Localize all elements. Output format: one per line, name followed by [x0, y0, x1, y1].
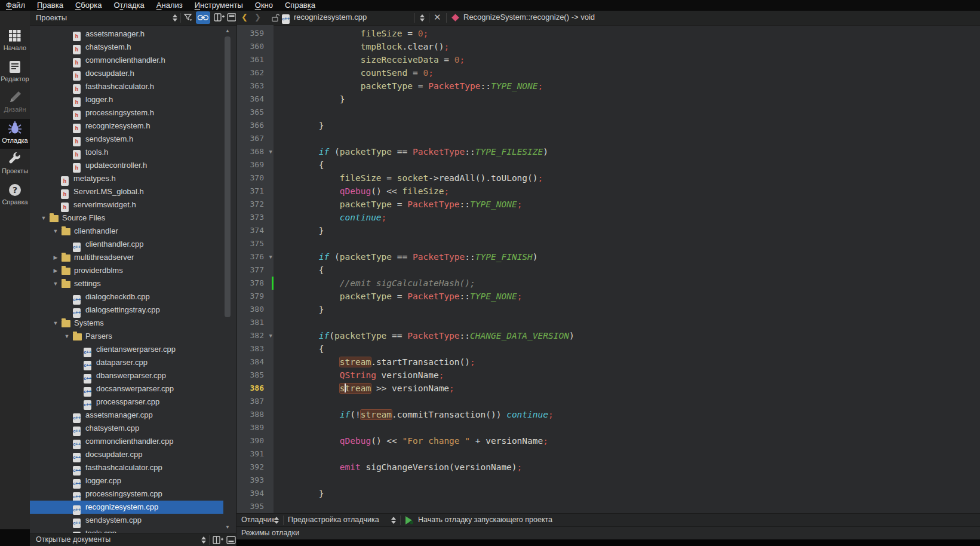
code-line-371[interactable]: qDebug() << fileSize;	[274, 185, 980, 198]
tree-item-clienthandler[interactable]: ▼clienthandler	[30, 225, 228, 238]
chevron-right-icon[interactable]: ▶	[52, 264, 59, 277]
line-number-387[interactable]: 387	[237, 395, 274, 408]
mode-Проекты[interactable]: Проекты	[0, 149, 30, 179]
code-line-374[interactable]: }	[274, 224, 980, 237]
tree-item-recognizesystem.cpp[interactable]: c++recognizesystem.cpp	[30, 501, 228, 514]
tree-item-commonclienthandler.h[interactable]: hcommonclienthandler.h	[30, 54, 228, 67]
tree-item-dialogcheckdb.cpp[interactable]: c++dialogcheckdb.cpp	[30, 290, 228, 303]
code-line-369[interactable]: {	[274, 158, 980, 171]
mode-Отладка[interactable]: Отладка	[0, 119, 30, 149]
line-number-381[interactable]: 381	[237, 316, 274, 329]
line-number-375[interactable]: 375	[237, 237, 274, 250]
line-number-366[interactable]: 366	[237, 119, 274, 132]
chevron-right-icon[interactable]: ▶	[52, 251, 59, 264]
document-tab-label[interactable]: recognizesystem.cpp	[294, 13, 367, 22]
tree-item-assetsmanager.cpp[interactable]: c++assetsmanager.cpp	[30, 409, 228, 422]
tree-item-recognizesystem.h[interactable]: hrecognizesystem.h	[30, 119, 228, 133]
tree-item-updatecontroller.h[interactable]: hupdatecontroller.h	[30, 159, 228, 172]
tree-item-settings[interactable]: ▼settings	[30, 277, 228, 290]
tree-item-docsupdater.h[interactable]: hdocsupdater.h	[30, 67, 228, 80]
tree-item-sendsystem.h[interactable]: hsendsystem.h	[30, 133, 228, 146]
close-panel-icon[interactable]	[226, 536, 236, 545]
menu-Файл[interactable]: Файл	[0, 0, 31, 11]
code-line-360[interactable]: tmpBlock.clear();	[274, 40, 980, 53]
line-number-393[interactable]: 393	[237, 474, 274, 487]
tree-item-sendsystem.cpp[interactable]: c++sendsystem.cpp	[30, 514, 228, 527]
line-number-370[interactable]: 370	[237, 171, 274, 185]
split-panel-icon[interactable]	[213, 536, 223, 545]
code-line-386[interactable]: stream >> versionName;	[274, 382, 980, 395]
line-number-395[interactable]: 395	[237, 500, 274, 513]
code-line-382[interactable]: if(packetType == PacketType::CHANGE_DATA…	[274, 329, 980, 342]
document-selector-arrows-icon[interactable]	[419, 14, 425, 22]
tree-item-Source Files[interactable]: ▼Source Files	[30, 211, 228, 225]
code-view[interactable]: fileSize = 0; tmpBlock.clear(); sizeRece…	[274, 25, 980, 524]
code-line-367[interactable]	[274, 132, 980, 145]
split-panel-icon[interactable]	[214, 13, 225, 22]
symbol-breadcrumb[interactable]: RecognizeSystem::recognize() -> void	[463, 13, 595, 22]
line-number-367[interactable]: 367	[237, 132, 274, 145]
debugger-combo-arrows-icon[interactable]	[274, 516, 279, 524]
tree-item-chatsystem.cpp[interactable]: c++chatsystem.cpp	[30, 422, 228, 435]
code-line-380[interactable]: }	[274, 303, 980, 316]
chevron-down-icon[interactable]: ▼	[52, 277, 59, 290]
line-number-394[interactable]: 394	[237, 487, 274, 500]
chevron-down-icon[interactable]: ▼	[40, 211, 47, 225]
tree-item-logger.h[interactable]: hlogger.h	[30, 93, 228, 106]
link-with-editor-button[interactable]	[196, 11, 210, 24]
line-number-364[interactable]: 364	[237, 93, 274, 106]
code-line-373[interactable]: continue;	[274, 211, 980, 224]
menu-Сборка[interactable]: Сборка	[69, 0, 108, 11]
code-line-375[interactable]	[274, 237, 980, 250]
code-line-387[interactable]	[274, 395, 980, 408]
code-line-361[interactable]: sizeReceiveData = 0;	[274, 53, 980, 66]
code-line-390[interactable]: qDebug() << "For change " + versionName;	[274, 434, 980, 447]
line-number-374[interactable]: 374	[237, 224, 274, 237]
menu-Отладка[interactable]: Отладка	[107, 0, 150, 11]
tree-item-Systems[interactable]: ▼Systems	[30, 317, 228, 330]
line-number-371[interactable]: 371	[237, 185, 274, 198]
tree-item-providerdblms[interactable]: ▶providerdblms	[30, 264, 228, 277]
code-line-376[interactable]: if (packetType == PacketType::TYPE_FINIS…	[274, 250, 980, 263]
code-line-383[interactable]: {	[274, 342, 980, 355]
tree-item-dialogsettingstray.cpp[interactable]: c++dialogsettingstray.cpp	[30, 303, 228, 317]
tree-item-serverlmswidget.h[interactable]: hserverlmswidget.h	[30, 198, 228, 211]
code-line-365[interactable]	[274, 106, 980, 119]
scroll-up-icon[interactable]: ▲	[223, 27, 232, 35]
mode-Справка[interactable]: ?Справка	[0, 180, 30, 210]
chevron-down-icon[interactable]: ▼	[52, 225, 59, 238]
tree-item-clientanswerparser.cpp[interactable]: c++clientanswerparser.cpp	[30, 343, 228, 356]
open-docs-combo-arrows-icon[interactable]	[201, 536, 206, 544]
menu-Справка[interactable]: Справка	[279, 0, 321, 11]
tree-item-tools.h[interactable]: htools.h	[30, 146, 228, 159]
line-number-376[interactable]: 376▼	[237, 250, 274, 263]
start-debug-icon[interactable]	[405, 516, 414, 524]
mode-Редактор[interactable]: Редактор	[0, 57, 30, 87]
line-number-390[interactable]: 390	[237, 434, 274, 447]
filter-icon[interactable]	[183, 13, 193, 22]
chevron-down-icon[interactable]: ▼	[63, 330, 70, 343]
line-number-363[interactable]: 363	[237, 79, 274, 93]
debugger-combo[interactable]: Отладчик	[241, 516, 275, 524]
line-number-362[interactable]: 362	[237, 66, 274, 79]
start-debug-label[interactable]: Начать отладку запускающего проекта	[418, 516, 552, 524]
code-line-362[interactable]: countSend = 0;	[274, 66, 980, 79]
chevron-down-icon[interactable]: ▼	[52, 317, 59, 330]
line-number-361[interactable]: 361	[237, 53, 274, 66]
scrollbar-handle[interactable]	[225, 36, 231, 317]
project-tree-scrollbar[interactable]: ▲ ▼	[223, 26, 232, 533]
code-line-394[interactable]: }	[274, 487, 980, 500]
scroll-down-icon[interactable]: ▼	[223, 523, 232, 532]
line-number-369[interactable]: 369	[237, 158, 274, 171]
open-documents-label[interactable]: Открытые документы	[36, 535, 110, 544]
line-number-384[interactable]: 384	[237, 355, 274, 369]
fold-marker-icon[interactable]: ▼	[269, 145, 272, 158]
tree-item-clienthandler.cpp[interactable]: c++clienthandler.cpp	[30, 238, 228, 251]
menu-Анализ[interactable]: Анализ	[150, 0, 189, 11]
code-line-385[interactable]: QString versionName;	[274, 369, 980, 382]
line-number-380[interactable]: 380	[237, 303, 274, 316]
tree-item-dataparser.cpp[interactable]: c++dataparser.cpp	[30, 356, 228, 369]
tree-item-logger.cpp[interactable]: c++logger.cpp	[30, 474, 228, 487]
line-number-377[interactable]: 377	[237, 263, 274, 277]
lock-icon[interactable]	[271, 13, 279, 22]
